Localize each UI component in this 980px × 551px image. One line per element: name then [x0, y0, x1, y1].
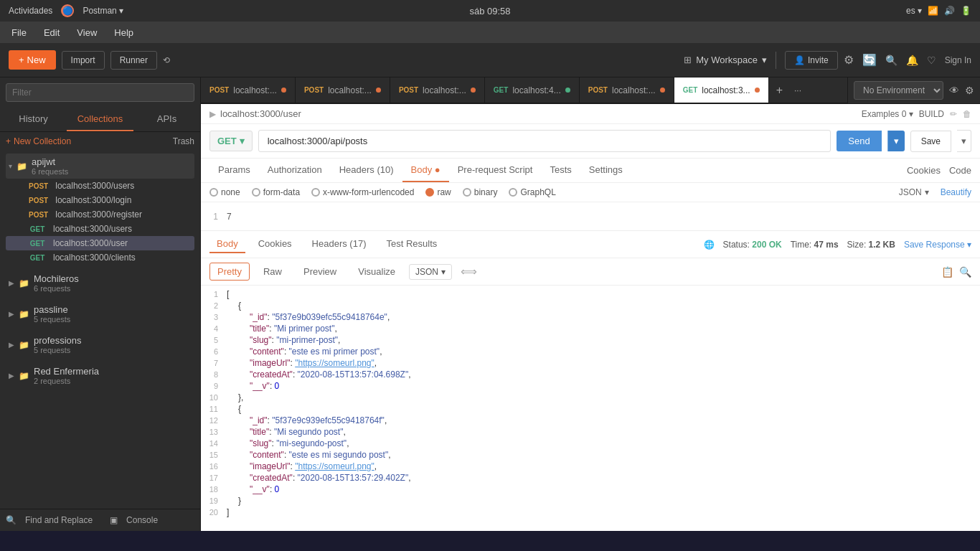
os-bar-left: Actividades 🔵 Postman ▾	[9, 4, 123, 17]
code-content[interactable]: 7	[227, 212, 232, 222]
method-select[interactable]: GET ▾	[209, 131, 253, 151]
body-none-option[interactable]: none	[209, 187, 240, 197]
tab-body[interactable]: Body ●	[402, 159, 449, 182]
request-tabs: Params Authorization Headers (10) Body ●…	[201, 159, 980, 183]
menu-edit[interactable]: Edit	[41, 26, 62, 39]
request-item[interactable]: GET localhost:3000/clients	[6, 250, 194, 265]
json-line: 5"slug": "mi-primer-post",	[201, 334, 980, 346]
request-item-active[interactable]: GET localhost:3000/user	[6, 236, 194, 250]
res-tab-cookies[interactable]: Cookies	[251, 235, 299, 253]
cookies-link[interactable]: Cookies	[907, 165, 941, 176]
import-button[interactable]: Import	[62, 51, 105, 70]
tab-tests[interactable]: Tests	[541, 159, 580, 182]
tab-3[interactable]: GET localhost:4...	[485, 77, 580, 103]
res-tab-body[interactable]: Body	[209, 235, 245, 253]
request-item[interactable]: POST localhost:3000/login	[6, 193, 194, 207]
gear-icon[interactable]: ⚙	[965, 85, 974, 96]
sync2-icon[interactable]: 🔄	[862, 53, 877, 67]
save-dropdown-button[interactable]: ▾	[957, 130, 971, 152]
language-label: es ▾	[906, 6, 922, 16]
heart-icon[interactable]: ♡	[927, 55, 936, 66]
body-formdata-option[interactable]: form-data	[252, 187, 300, 197]
examples-button[interactable]: Examples 0 ▾	[862, 109, 913, 119]
app-name-label[interactable]: Postman ▾	[83, 6, 123, 16]
invite-button[interactable]: 👤 Invite	[785, 51, 838, 70]
collection-header-mochileros[interactable]: ▶ 📁 Mochileros 6 requests	[6, 270, 194, 296]
find-replace-button[interactable]: Find and Replace	[25, 515, 93, 525]
tab-settings[interactable]: Settings	[580, 159, 631, 182]
sync-icon[interactable]: ⟲	[163, 55, 170, 65]
beautify-button[interactable]: Beautify	[941, 187, 971, 197]
res-tab-headers[interactable]: Headers (17)	[305, 235, 374, 253]
trash-icon[interactable]: 🗑	[963, 109, 971, 119]
view-tab-raw[interactable]: Raw	[255, 263, 290, 281]
request-item[interactable]: POST localhost:3000/users	[6, 179, 194, 193]
collection-header-red-enfermeria[interactable]: ▶ 📁 Red Enfermeria 2 requests	[6, 363, 194, 388]
request-item[interactable]: POST localhost:3000/register	[6, 207, 194, 222]
tab-5-active[interactable]: GET localhost:3...	[674, 77, 769, 103]
json-format-dropdown[interactable]: JSON ▾	[899, 187, 929, 197]
copy-icon[interactable]: ⟺	[461, 265, 477, 278]
build-button[interactable]: BUILD	[919, 109, 944, 119]
activities-label[interactable]: Actividades	[9, 6, 52, 16]
request-url: localhost:3000/users	[55, 181, 134, 191]
send-button[interactable]: Send	[837, 131, 881, 151]
json-line: 7"imageUrl": "https://someurl.png",	[201, 357, 980, 369]
json-line: 12"_id": "5f37e9c939efc55c9418764f",	[201, 415, 980, 426]
save-button[interactable]: Save	[910, 131, 951, 152]
new-button[interactable]: + New	[9, 50, 56, 70]
settings-icon[interactable]: ⚙	[844, 53, 854, 67]
search-icon[interactable]: 🔍	[959, 266, 971, 278]
bell-icon[interactable]: 🔔	[906, 55, 918, 66]
menu-help[interactable]: Help	[111, 26, 136, 39]
runner-button[interactable]: Runner	[110, 51, 157, 70]
send-dropdown-button[interactable]: ▾	[887, 131, 905, 151]
menu-view[interactable]: View	[74, 26, 100, 39]
search-input[interactable]	[6, 83, 194, 102]
tab-params[interactable]: Params	[209, 159, 259, 182]
folder-icon: 📁	[19, 340, 29, 350]
console-button[interactable]: Console	[126, 515, 158, 525]
tab-1[interactable]: POST localhost:...	[296, 77, 390, 103]
sidebar-tab-collections[interactable]: Collections	[67, 108, 133, 131]
eye-icon[interactable]: 👁	[949, 85, 959, 96]
tab-authorization[interactable]: Authorization	[259, 159, 331, 182]
collection-header-passline[interactable]: ▶ 📁 passline 5 requests	[6, 301, 194, 326]
more-tabs-button[interactable]: ···	[790, 85, 806, 95]
request-item[interactable]: GET localhost:3000/users	[6, 222, 194, 236]
sign-in-button[interactable]: Sign In	[945, 55, 971, 65]
menu-file[interactable]: File	[9, 26, 29, 39]
body-binary-option[interactable]: binary	[463, 187, 498, 197]
environment-select[interactable]: No Environment	[854, 81, 943, 100]
json-format-button[interactable]: JSON ▾	[409, 264, 452, 280]
body-graphql-option[interactable]: GraphQL	[509, 187, 555, 197]
tab-url: localhost:...	[423, 85, 466, 95]
method-label: POST	[304, 86, 324, 94]
tab-0[interactable]: POST localhost:...	[201, 77, 296, 103]
view-tab-preview[interactable]: Preview	[296, 263, 344, 281]
view-tab-visualize[interactable]: Visualize	[350, 263, 403, 281]
url-input[interactable]	[258, 130, 831, 152]
tab-headers[interactable]: Headers (10)	[331, 159, 402, 182]
new-collection-button[interactable]: + New Collection	[6, 136, 71, 146]
sidebar-tab-apis[interactable]: APIs	[133, 108, 200, 131]
trash-button[interactable]: Trash	[173, 136, 194, 146]
tab-prerequest[interactable]: Pre-request Script	[449, 159, 542, 182]
search-icon[interactable]: 🔍	[885, 55, 897, 66]
edit-icon[interactable]: ✏	[950, 109, 957, 119]
radio-raw	[425, 188, 434, 197]
code-link[interactable]: Code	[949, 165, 971, 176]
res-tab-testresults[interactable]: Test Results	[379, 235, 444, 253]
collection-header-professions[interactable]: ▶ 📁 professions 5 requests	[6, 332, 194, 357]
sidebar-tab-history[interactable]: History	[0, 108, 67, 131]
add-tab-button[interactable]: +	[769, 84, 790, 97]
workspace-button[interactable]: ⊞ My Workspace ▾	[684, 55, 767, 65]
tab-2[interactable]: POST localhost:...	[390, 77, 485, 103]
body-urlencoded-option[interactable]: x-www-form-urlencoded	[311, 187, 414, 197]
body-raw-option[interactable]: raw	[425, 187, 451, 197]
collection-header-apijwt[interactable]: ▾ 📁 apijwt 6 requests	[6, 154, 194, 179]
copy2-icon[interactable]: 📋	[941, 266, 953, 278]
view-tab-pretty[interactable]: Pretty	[209, 263, 250, 281]
save-response-button[interactable]: Save Response ▾	[904, 240, 971, 250]
tab-4[interactable]: POST localhost:...	[580, 77, 674, 103]
